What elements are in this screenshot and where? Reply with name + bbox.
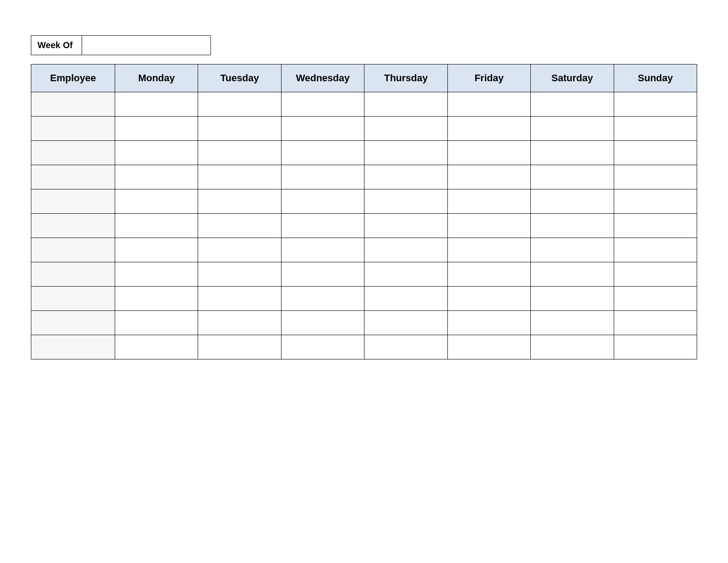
cell-employee[interactable] — [31, 214, 115, 238]
cell-friday[interactable] — [447, 141, 530, 165]
cell-employee[interactable] — [31, 238, 115, 262]
cell-thursday[interactable] — [364, 117, 447, 141]
cell-tuesday[interactable] — [198, 117, 281, 141]
cell-tuesday[interactable] — [198, 238, 281, 262]
cell-monday[interactable] — [115, 92, 198, 117]
cell-monday[interactable] — [115, 214, 198, 238]
cell-employee[interactable] — [31, 141, 115, 165]
table-row — [31, 117, 697, 141]
cell-wednesday[interactable] — [281, 189, 364, 214]
cell-monday[interactable] — [115, 311, 198, 335]
cell-friday[interactable] — [447, 214, 530, 238]
cell-friday[interactable] — [447, 189, 530, 214]
cell-monday[interactable] — [115, 262, 198, 287]
cell-wednesday[interactable] — [281, 117, 364, 141]
cell-thursday[interactable] — [364, 165, 447, 189]
cell-tuesday[interactable] — [198, 287, 281, 311]
cell-tuesday[interactable] — [198, 189, 281, 214]
cell-sunday[interactable] — [614, 117, 697, 141]
cell-friday[interactable] — [447, 117, 530, 141]
cell-monday[interactable] — [115, 165, 198, 189]
week-of-label: Week Of — [31, 35, 82, 55]
cell-employee[interactable] — [31, 262, 115, 287]
cell-saturday[interactable] — [531, 311, 614, 335]
cell-tuesday[interactable] — [198, 262, 281, 287]
table-row — [31, 214, 697, 238]
cell-monday[interactable] — [115, 189, 198, 214]
header-sunday: Sunday — [614, 64, 697, 92]
cell-sunday[interactable] — [614, 238, 697, 262]
cell-sunday[interactable] — [614, 287, 697, 311]
cell-thursday[interactable] — [364, 92, 447, 117]
cell-saturday[interactable] — [531, 117, 614, 141]
cell-monday[interactable] — [115, 141, 198, 165]
cell-employee[interactable] — [31, 335, 115, 359]
cell-friday[interactable] — [447, 262, 530, 287]
table-row — [31, 287, 697, 311]
cell-friday[interactable] — [447, 335, 530, 359]
cell-friday[interactable] — [447, 92, 530, 117]
cell-tuesday[interactable] — [198, 335, 281, 359]
cell-saturday[interactable] — [531, 238, 614, 262]
cell-employee[interactable] — [31, 311, 115, 335]
cell-tuesday[interactable] — [198, 311, 281, 335]
cell-sunday[interactable] — [614, 311, 697, 335]
week-of-value[interactable] — [82, 35, 211, 55]
cell-sunday[interactable] — [614, 214, 697, 238]
cell-saturday[interactable] — [531, 165, 614, 189]
header-thursday: Thursday — [364, 64, 447, 92]
cell-thursday[interactable] — [364, 141, 447, 165]
cell-thursday[interactable] — [364, 311, 447, 335]
cell-friday[interactable] — [447, 311, 530, 335]
cell-wednesday[interactable] — [281, 311, 364, 335]
cell-employee[interactable] — [31, 92, 115, 117]
table-row — [31, 189, 697, 214]
cell-saturday[interactable] — [531, 189, 614, 214]
cell-friday[interactable] — [447, 165, 530, 189]
cell-saturday[interactable] — [531, 214, 614, 238]
cell-monday[interactable] — [115, 335, 198, 359]
cell-wednesday[interactable] — [281, 238, 364, 262]
cell-employee[interactable] — [31, 287, 115, 311]
header-employee: Employee — [31, 64, 115, 92]
header-saturday: Saturday — [531, 64, 614, 92]
cell-tuesday[interactable] — [198, 141, 281, 165]
cell-thursday[interactable] — [364, 262, 447, 287]
cell-monday[interactable] — [115, 287, 198, 311]
cell-employee[interactable] — [31, 117, 115, 141]
cell-thursday[interactable] — [364, 189, 447, 214]
cell-employee[interactable] — [31, 165, 115, 189]
cell-wednesday[interactable] — [281, 214, 364, 238]
cell-monday[interactable] — [115, 117, 198, 141]
cell-thursday[interactable] — [364, 335, 447, 359]
cell-sunday[interactable] — [614, 262, 697, 287]
cell-wednesday[interactable] — [281, 165, 364, 189]
cell-tuesday[interactable] — [198, 214, 281, 238]
cell-saturday[interactable] — [531, 287, 614, 311]
cell-employee[interactable] — [31, 189, 115, 214]
cell-friday[interactable] — [447, 287, 530, 311]
cell-sunday[interactable] — [614, 189, 697, 214]
cell-tuesday[interactable] — [198, 92, 281, 117]
cell-sunday[interactable] — [614, 141, 697, 165]
cell-saturday[interactable] — [531, 141, 614, 165]
cell-saturday[interactable] — [531, 335, 614, 359]
cell-saturday[interactable] — [531, 262, 614, 287]
cell-thursday[interactable] — [364, 238, 447, 262]
cell-sunday[interactable] — [614, 165, 697, 189]
table-row — [31, 141, 697, 165]
cell-monday[interactable] — [115, 238, 198, 262]
cell-friday[interactable] — [447, 238, 530, 262]
cell-thursday[interactable] — [364, 287, 447, 311]
cell-saturday[interactable] — [531, 92, 614, 117]
cell-thursday[interactable] — [364, 214, 447, 238]
cell-wednesday[interactable] — [281, 335, 364, 359]
cell-wednesday[interactable] — [281, 141, 364, 165]
cell-sunday[interactable] — [614, 335, 697, 359]
cell-wednesday[interactable] — [281, 262, 364, 287]
cell-wednesday[interactable] — [281, 92, 364, 117]
cell-wednesday[interactable] — [281, 287, 364, 311]
week-of-container: Week Of — [31, 35, 697, 55]
cell-tuesday[interactable] — [198, 165, 281, 189]
cell-sunday[interactable] — [614, 92, 697, 117]
